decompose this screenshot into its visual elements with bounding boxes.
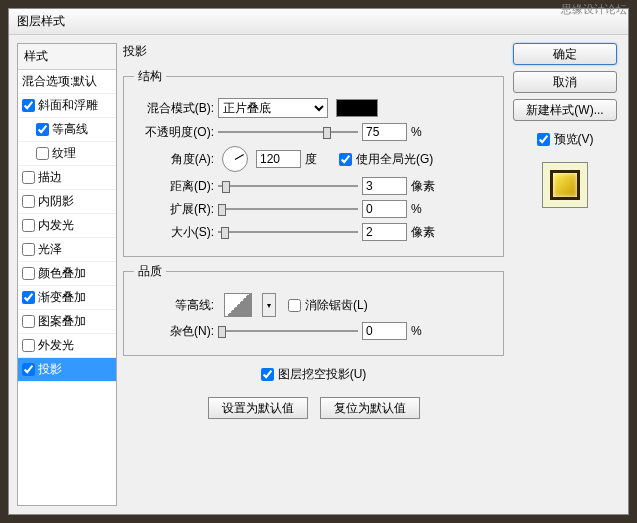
preview-inner: [550, 170, 580, 200]
contour-dropdown-icon[interactable]: ▾: [262, 293, 276, 317]
quality-legend: 品质: [134, 263, 166, 280]
sidebar-item-6[interactable]: 内发光: [18, 214, 116, 238]
distance-slider[interactable]: [218, 179, 358, 193]
distance-unit: 像素: [411, 178, 441, 195]
spread-label: 扩展(R):: [134, 201, 214, 218]
quality-group: 品质 等高线: ▾ 消除锯齿(L) 杂色(N): %: [123, 263, 504, 356]
sidebar-checkbox-3[interactable]: [36, 147, 49, 160]
sidebar-header: 样式: [18, 44, 116, 70]
sidebar-item-7[interactable]: 光泽: [18, 238, 116, 262]
angle-dial[interactable]: [222, 146, 248, 172]
opacity-label: 不透明度(O):: [134, 124, 214, 141]
size-input[interactable]: [362, 223, 407, 241]
sidebar-item-label: 描边: [38, 169, 62, 186]
sidebar-item-3[interactable]: 纹理: [18, 142, 116, 166]
sidebar-item-5[interactable]: 内阴影: [18, 190, 116, 214]
sidebar-checkbox-12[interactable]: [22, 363, 35, 376]
new-style-button[interactable]: 新建样式(W)...: [513, 99, 617, 121]
sidebar-item-label: 投影: [38, 361, 62, 378]
antialias-label: 消除锯齿(L): [305, 297, 368, 314]
angle-unit: 度: [305, 151, 335, 168]
sidebar-checkbox-10[interactable]: [22, 315, 35, 328]
style-sidebar: 样式 混合选项:默认斜面和浮雕等高线纹理描边内阴影内发光光泽颜色叠加渐变叠加图案…: [17, 43, 117, 506]
knockout-label: 图层挖空投影(U): [278, 366, 367, 383]
watermark-text: 思缘设计论坛: [561, 2, 627, 17]
noise-label: 杂色(N):: [134, 323, 214, 340]
size-unit: 像素: [411, 224, 441, 241]
sidebar-item-8[interactable]: 颜色叠加: [18, 262, 116, 286]
set-default-button[interactable]: 设置为默认值: [208, 397, 308, 419]
blend-mode-select[interactable]: 正片叠底: [218, 98, 328, 118]
layer-style-dialog: 图层样式 样式 混合选项:默认斜面和浮雕等高线纹理描边内阴影内发光光泽颜色叠加渐…: [8, 8, 629, 515]
angle-input[interactable]: [256, 150, 301, 168]
sidebar-item-label: 外发光: [38, 337, 74, 354]
global-light-label: 使用全局光(G): [356, 151, 433, 168]
contour-picker[interactable]: [224, 293, 252, 317]
opacity-input[interactable]: [362, 123, 407, 141]
sidebar-item-0[interactable]: 混合选项:默认: [18, 70, 116, 94]
center-panel: 投影 结构 混合模式(B): 正片叠底 不透明度(O): % 角度(A):: [123, 43, 504, 506]
spread-unit: %: [411, 202, 441, 216]
panel-title: 投影: [123, 43, 504, 60]
knockout-checkbox[interactable]: [261, 368, 274, 381]
preview-label: 预览(V): [554, 131, 594, 148]
dialog-content: 样式 混合选项:默认斜面和浮雕等高线纹理描边内阴影内发光光泽颜色叠加渐变叠加图案…: [9, 35, 628, 514]
sidebar-item-11[interactable]: 外发光: [18, 334, 116, 358]
sidebar-item-12[interactable]: 投影: [18, 358, 116, 382]
noise-unit: %: [411, 324, 441, 338]
sidebar-item-label: 颜色叠加: [38, 265, 86, 282]
angle-label: 角度(A):: [134, 151, 214, 168]
sidebar-checkbox-6[interactable]: [22, 219, 35, 232]
reset-default-button[interactable]: 复位为默认值: [320, 397, 420, 419]
opacity-unit: %: [411, 125, 441, 139]
sidebar-item-label: 纹理: [52, 145, 76, 162]
sidebar-item-label: 内发光: [38, 217, 74, 234]
sidebar-checkbox-1[interactable]: [22, 99, 35, 112]
shadow-color-swatch[interactable]: [336, 99, 378, 117]
sidebar-item-1[interactable]: 斜面和浮雕: [18, 94, 116, 118]
cancel-button[interactable]: 取消: [513, 71, 617, 93]
distance-input[interactable]: [362, 177, 407, 195]
sidebar-item-label: 图案叠加: [38, 313, 86, 330]
spread-slider[interactable]: [218, 202, 358, 216]
sidebar-item-label: 光泽: [38, 241, 62, 258]
antialias-checkbox[interactable]: [288, 299, 301, 312]
sidebar-item-label: 内阴影: [38, 193, 74, 210]
global-light-checkbox[interactable]: [339, 153, 352, 166]
noise-slider[interactable]: [218, 324, 358, 338]
sidebar-checkbox-9[interactable]: [22, 291, 35, 304]
sidebar-item-10[interactable]: 图案叠加: [18, 310, 116, 334]
sidebar-checkbox-4[interactable]: [22, 171, 35, 184]
sidebar-item-2[interactable]: 等高线: [18, 118, 116, 142]
sidebar-item-4[interactable]: 描边: [18, 166, 116, 190]
size-label: 大小(S):: [134, 224, 214, 241]
sidebar-item-label: 混合选项:默认: [22, 73, 97, 90]
contour-label: 等高线:: [134, 297, 214, 314]
dialog-title: 图层样式: [9, 9, 628, 35]
preview-checkbox[interactable]: [537, 133, 550, 146]
preview-thumbnail: [542, 162, 588, 208]
distance-label: 距离(D):: [134, 178, 214, 195]
sidebar-item-label: 斜面和浮雕: [38, 97, 98, 114]
sidebar-checkbox-7[interactable]: [22, 243, 35, 256]
sidebar-item-9[interactable]: 渐变叠加: [18, 286, 116, 310]
structure-group: 结构 混合模式(B): 正片叠底 不透明度(O): % 角度(A): 度: [123, 68, 504, 257]
structure-legend: 结构: [134, 68, 166, 85]
ok-button[interactable]: 确定: [513, 43, 617, 65]
sidebar-checkbox-8[interactable]: [22, 267, 35, 280]
sidebar-item-label: 等高线: [52, 121, 88, 138]
sidebar-checkbox-11[interactable]: [22, 339, 35, 352]
right-panel: 确定 取消 新建样式(W)... 预览(V): [510, 43, 620, 506]
sidebar-checkbox-2[interactable]: [36, 123, 49, 136]
opacity-slider[interactable]: [218, 125, 358, 139]
size-slider[interactable]: [218, 225, 358, 239]
sidebar-item-label: 渐变叠加: [38, 289, 86, 306]
sidebar-checkbox-5[interactable]: [22, 195, 35, 208]
spread-input[interactable]: [362, 200, 407, 218]
blend-mode-label: 混合模式(B):: [134, 100, 214, 117]
noise-input[interactable]: [362, 322, 407, 340]
